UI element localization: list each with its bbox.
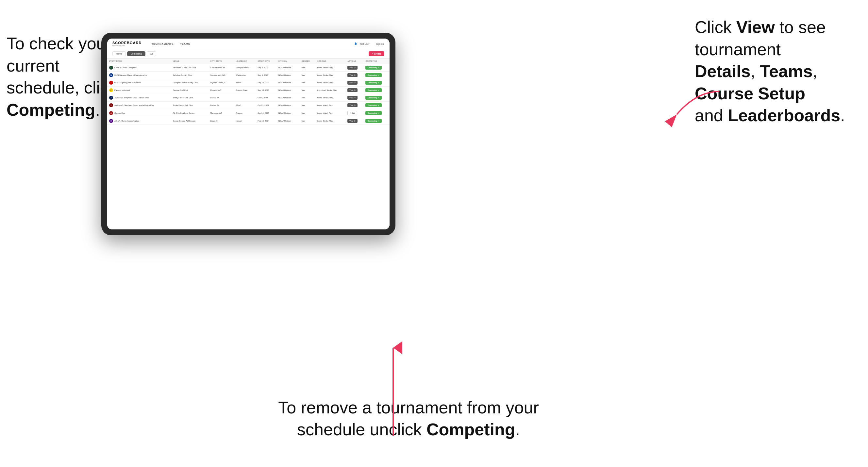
cell-division: NCAA Division I: [277, 87, 300, 94]
table-row: P Papago Individual Papago Golf Club Pho…: [107, 87, 390, 94]
col-scoring: SCORING: [315, 59, 345, 64]
cell-actions: View ⊙: [345, 71, 364, 79]
edit-button[interactable]: ✏ Edit: [347, 111, 357, 115]
cell-scoring: team, Stroke Play: [315, 117, 345, 125]
cell-competing: Competing ✓: [364, 109, 390, 117]
cell-date: Oct 11, 2023: [255, 102, 277, 109]
cell-hosted: Michigan State: [234, 64, 255, 71]
cell-hosted: Arizona State: [234, 87, 255, 94]
cell-event-name: J Jackson T. Stephens Cup – Men's Match …: [107, 102, 171, 109]
cell-actions: View ⊙: [345, 102, 364, 109]
table-body: F Folds of Honor Collegiate American Dun…: [107, 64, 390, 125]
arrow-bottom: [385, 341, 401, 439]
competing-button[interactable]: Competing ✓: [365, 88, 381, 92]
filter-competing-button[interactable]: Competing: [127, 51, 146, 56]
table-row: F Folds of Honor Collegiate American Dun…: [107, 64, 390, 71]
cell-venue: Sahalee Country Club: [171, 71, 209, 79]
arrow-right: [670, 88, 722, 121]
team-logo: H: [109, 119, 113, 123]
competing-button[interactable]: Competing ✓: [365, 119, 381, 123]
cell-city: Lihue, HI: [208, 117, 234, 125]
view-button[interactable]: View ⊙: [347, 96, 357, 100]
view-button[interactable]: View ⊙: [347, 88, 357, 92]
table-row: J Jackson T. Stephens Cup – Men's Match …: [107, 102, 390, 109]
cell-date: Jan 14, 2024: [255, 109, 277, 117]
cell-event-name: W 2023 Sahalee Players Championship: [107, 71, 171, 79]
cell-venue: Trinity Forest Golf Club: [171, 102, 209, 109]
cell-competing: Competing ✓: [364, 79, 390, 87]
annotation-right-view: View: [736, 18, 775, 37]
filter-home-button[interactable]: Home: [113, 51, 126, 56]
cell-date: Feb 15, 2024: [255, 117, 277, 125]
cell-venue: Olympia Fields Country Club: [171, 79, 209, 87]
cell-division: NCAA Division I: [277, 109, 300, 117]
cell-venue: Papago Golf Club: [171, 87, 209, 94]
competing-button[interactable]: Competing ✓: [365, 81, 381, 85]
cell-date: Oct 9, 2023: [255, 94, 277, 102]
cell-city: Maricopa, AZ: [208, 109, 234, 117]
scoreboard-logo: SCOREBOARD Powered by clippi: [113, 41, 142, 46]
cell-actions: View ⊙: [345, 64, 364, 71]
cell-division: NCAA Division I: [277, 94, 300, 102]
annotation-bottom: To remove a tournament from your schedul…: [278, 397, 539, 441]
annotation-right-details: Details: [695, 62, 751, 81]
user-name: Test User: [360, 43, 370, 45]
event-name-text: Papago Individual: [114, 89, 130, 91]
view-button[interactable]: View ⊙: [347, 66, 357, 70]
cell-event-name: J Jackson T. Stephens Cup – Stroke Play: [107, 94, 171, 102]
nav-tournaments[interactable]: TOURNAMENTS: [151, 42, 174, 45]
cell-city: Sammamish, WA: [208, 71, 234, 79]
view-button[interactable]: View ⊙: [347, 73, 357, 77]
cell-division: NCAA Division I: [277, 64, 300, 71]
cell-scoring: team, Stroke Play: [315, 94, 345, 102]
table-row: A Copper Cup Ak-Chin Southern Dunes Mari…: [107, 109, 390, 117]
competing-button[interactable]: Competing ✓: [365, 111, 381, 115]
annotation-left-period: .: [95, 100, 100, 119]
cell-gender: Men: [300, 102, 316, 109]
table-row: H John A. Burns Intercollegiate Ocean Co…: [107, 117, 390, 125]
view-button[interactable]: View ⊙: [347, 81, 357, 85]
cell-venue: American Dunes Golf Club: [171, 64, 209, 71]
cell-competing: Competing ✓: [364, 71, 390, 79]
cell-event-name: H John A. Burns Intercollegiate: [107, 117, 171, 125]
create-button[interactable]: + Create: [369, 51, 384, 56]
annotation-right-click: Click: [695, 18, 736, 37]
cell-city: Dallas, TX: [208, 94, 234, 102]
cell-division: NCAA Division I: [277, 117, 300, 125]
annotation-left-text: To check your current schedule, click: [6, 34, 117, 97]
competing-button[interactable]: Competing ✓: [365, 66, 381, 70]
cell-gender: Men: [300, 117, 316, 125]
competing-button[interactable]: Competing ✓: [365, 103, 381, 107]
competing-button[interactable]: Competing ✓: [365, 96, 381, 100]
event-name-text: 2023 Sahalee Players Championship: [114, 74, 147, 76]
sign-out-link[interactable]: Sign out: [376, 43, 384, 45]
filter-all-button[interactable]: All: [147, 51, 157, 56]
cell-gender: Men: [300, 64, 316, 71]
competing-button[interactable]: Competing ✓: [365, 73, 381, 77]
nav-teams[interactable]: TEAMS: [180, 42, 190, 45]
col-gender: GENDER: [300, 59, 316, 64]
cell-date: Sep 18, 2023: [255, 87, 277, 94]
annotation-bottom-bold: Competing: [427, 420, 516, 439]
cell-date: Sep 9, 2023: [255, 71, 277, 79]
col-venue: VENUE: [171, 59, 209, 64]
col-date: START DATE: [255, 59, 277, 64]
cell-hosted: ABAC: [234, 102, 255, 109]
view-button[interactable]: View ⊙: [347, 119, 357, 123]
cell-gender: Men: [300, 87, 316, 94]
team-logo: A: [109, 111, 113, 115]
cell-scoring: individual, Stroke Play: [315, 87, 345, 94]
user-icon: 👤: [354, 42, 357, 45]
view-button[interactable]: View ⊙: [347, 103, 357, 107]
table-row: I OFCC Fighting Illini Invitational Olym…: [107, 79, 390, 87]
event-name-text: Jackson T. Stephens Cup – Men's Match Pl…: [114, 104, 154, 106]
cell-event-name: I OFCC Fighting Illini Invitational: [107, 79, 171, 87]
cell-actions: View ⊙: [345, 87, 364, 94]
cell-competing: Competing ✓: [364, 87, 390, 94]
cell-event-name: P Papago Individual: [107, 87, 171, 94]
cell-gender: Men: [300, 79, 316, 87]
cell-gender: Men: [300, 94, 316, 102]
cell-division: NCAA Division I: [277, 102, 300, 109]
nav-bar: SCOREBOARD Powered by clippi TOURNAMENTS…: [107, 38, 390, 49]
col-actions: ACTIONS: [345, 59, 364, 64]
